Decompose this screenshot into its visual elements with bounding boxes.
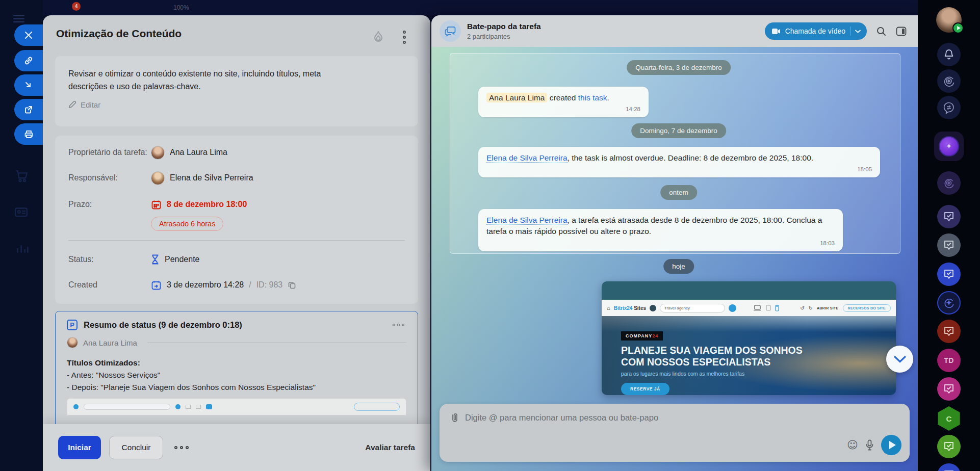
tasks-chat-blue[interactable] xyxy=(937,263,961,286)
copilot-icon xyxy=(942,74,956,88)
summary-menu-icon[interactable] xyxy=(391,322,406,328)
task-check-icon xyxy=(943,211,955,223)
ai-hub-button[interactable]: ✦ xyxy=(934,132,964,161)
toggle-panel-button[interactable] xyxy=(896,27,907,36)
owner-value[interactable]: Ana Laura Lima xyxy=(151,146,227,160)
copilot-button[interactable] xyxy=(937,69,961,93)
task-check-icon xyxy=(943,469,955,471)
start-button[interactable]: Iniciar xyxy=(58,436,101,459)
copy-link-button[interactable] xyxy=(14,50,43,71)
more-actions-icon[interactable] xyxy=(171,443,192,452)
message-time: 14:28 xyxy=(486,105,640,114)
open-site-link: ABRIR SITE xyxy=(817,306,839,310)
chat-message-area[interactable]: Quarta-feira, 3 de dezembro Ana Laura Li… xyxy=(431,47,918,471)
task-id: ID: 983 xyxy=(256,280,283,290)
tasks-chat-green[interactable] xyxy=(937,435,961,458)
right-rail: ✦ TD C xyxy=(918,0,980,471)
task-check-icon xyxy=(943,268,955,280)
redo-icon: ↻ xyxy=(809,305,813,311)
assignee-row: Responsável: Elena de Silva Perreira xyxy=(68,170,405,186)
message-input[interactable]: Digite @ para mencionar uma pessoa ou ba… xyxy=(440,404,910,462)
summary-title: Resumo de status (9 de dezembro 0:18) xyxy=(84,320,384,330)
collapse-button[interactable] xyxy=(14,74,43,96)
deadline-row: Prazo: 8 de dezembro 18:00 xyxy=(68,197,405,212)
status-label: Status: xyxy=(68,255,151,264)
summary-heading: Títulos Otimizados: xyxy=(67,358,406,368)
complete-button[interactable]: Concluir xyxy=(109,436,163,459)
assignee-value[interactable]: Elena de Silva Perreira xyxy=(151,171,253,185)
home-icon: ⌂ xyxy=(607,305,610,311)
top-strip: 4 100% xyxy=(0,0,980,15)
task-link[interactable]: this task xyxy=(578,93,607,102)
flame-icon[interactable] xyxy=(372,30,384,45)
copy-link-icon xyxy=(24,56,33,65)
copy-icon[interactable] xyxy=(288,281,296,290)
copilot-ring-button[interactable] xyxy=(937,291,961,315)
undo-icon: ↺ xyxy=(800,305,804,311)
chevron-down-icon xyxy=(894,356,906,363)
person-link[interactable]: Elena de Silva Perreira xyxy=(486,153,568,163)
date-chip: hoje xyxy=(663,259,694,274)
phone-icon xyxy=(775,305,779,311)
task-menu-icon[interactable] xyxy=(401,29,408,46)
close-icon xyxy=(24,31,33,40)
tasks-chat-pink[interactable] xyxy=(937,377,961,401)
emoji-icon[interactable]: ☺ xyxy=(847,439,858,451)
calendar-created-icon xyxy=(151,280,162,291)
camera-icon xyxy=(772,28,781,35)
open-new-window-button[interactable] xyxy=(14,99,43,120)
status-summary-card[interactable]: P Resumo de status (9 de dezembro 0:18) … xyxy=(55,311,418,428)
message-time: 18:03 xyxy=(486,239,835,248)
scroll-to-bottom-button[interactable] xyxy=(886,346,913,373)
created-row: Created 3 de dezembro 14:28 / ID: 983 xyxy=(68,277,405,293)
bitrix-sites-logo: Bitrix24 Sites xyxy=(614,305,646,311)
owner-row: Proprietário da tarefa: Ana Laura Lima xyxy=(68,145,405,160)
person-link[interactable]: Elena de Silva Perreira xyxy=(486,216,568,225)
avatar xyxy=(151,146,165,160)
send-button[interactable] xyxy=(881,435,901,455)
task-chat-panel: Bate-papo da tarefa 2 participantes Cham… xyxy=(431,15,918,471)
site-editor-toolbar: ⌂ Bitrix24 Sites Travel agency ↺ ↻ ABRIR… xyxy=(602,300,896,316)
microphone-icon[interactable] xyxy=(865,439,874,451)
print-icon xyxy=(24,129,34,139)
tasks-chat-red[interactable] xyxy=(937,320,961,343)
site-tagline: para os lugares mais lindos com as melho… xyxy=(621,371,807,377)
chat-td-avatar[interactable]: TD xyxy=(937,349,961,372)
video-call-button[interactable]: Chamada de vídeo xyxy=(765,22,867,40)
status-value: Pendente xyxy=(151,254,200,265)
tasks-chat-gray[interactable] xyxy=(937,233,961,257)
site-headline: PLANEJE SUA VIAGEM DOS SONHOS COM NOSSOS… xyxy=(621,345,807,368)
task-slider-panel: Otimização de Conteúdo Revisar e otimiza… xyxy=(43,15,430,471)
task-title: Otimização de Conteúdo xyxy=(56,28,182,40)
deadline-value[interactable]: 8 de dezembro 18:00 xyxy=(151,199,247,210)
search-icon xyxy=(876,26,887,37)
tasks-chat-bottom[interactable] xyxy=(937,463,961,471)
date-chip: Quarta-feira, 3 de dezembro xyxy=(627,60,731,75)
close-button[interactable] xyxy=(14,24,43,46)
pencil-icon xyxy=(68,100,76,109)
chevron-down-icon xyxy=(855,30,861,33)
site-screenshot-message[interactable]: ⌂ Bitrix24 Sites Travel agency ↺ ↻ ABRIR… xyxy=(602,281,896,395)
task-check-icon xyxy=(943,325,955,337)
user-avatar[interactable] xyxy=(936,7,962,33)
automation-button[interactable] xyxy=(937,171,961,195)
print-button[interactable] xyxy=(14,123,43,145)
input-placeholder: Digite @ para mencionar uma pessoa ou ba… xyxy=(465,413,658,423)
rate-task-button[interactable]: Avaliar tarefa xyxy=(365,443,415,452)
mention-highlight[interactable]: Ana Laura Lima xyxy=(486,93,547,102)
task-check-icon xyxy=(943,239,955,251)
menu-icon[interactable] xyxy=(13,15,24,24)
search-button[interactable] xyxy=(876,26,887,37)
avatar xyxy=(67,337,78,348)
edit-button[interactable]: Editar xyxy=(68,100,405,109)
messenger-button[interactable] xyxy=(937,96,961,119)
channel-c-avatar[interactable]: C xyxy=(937,406,961,431)
planner-icon: P xyxy=(67,320,78,330)
separator: / xyxy=(249,280,251,290)
chat-participants: 2 participantes xyxy=(467,33,541,40)
notifications-button[interactable] xyxy=(937,43,961,66)
attach-icon xyxy=(450,412,459,423)
tasks-chat-purple[interactable] xyxy=(937,205,961,228)
task-footer: Iniciar Concluir Avaliar tarefa xyxy=(43,424,430,471)
message-time: 18:05 xyxy=(486,165,872,174)
